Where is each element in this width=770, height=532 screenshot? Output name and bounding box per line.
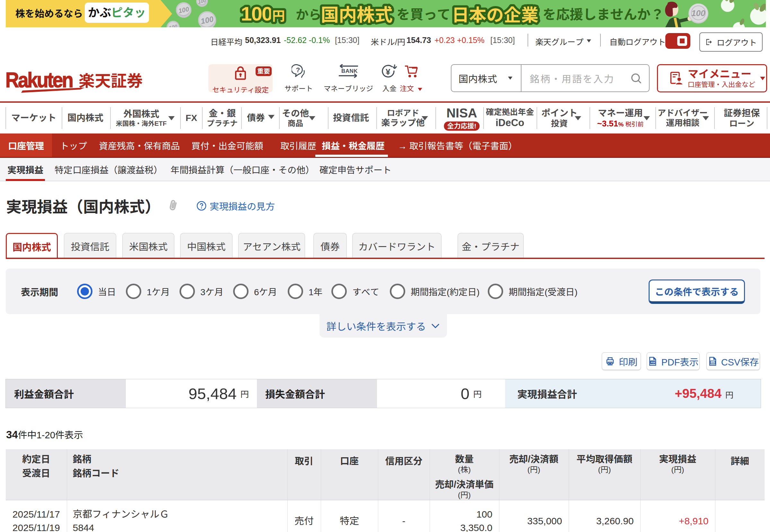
svg-text:を応援しませんか？: を応援しませんか？ <box>543 7 664 22</box>
svg-text:?: ? <box>296 66 300 73</box>
svg-text:Rakuten: Rakuten <box>6 68 73 92</box>
svg-text:を買って: を買って <box>397 7 451 22</box>
svg-text:100: 100 <box>691 8 705 18</box>
svg-text:100円: 100円 <box>241 3 284 25</box>
svg-text:国内株式: 国内株式 <box>321 5 393 25</box>
svg-text:csv: csv <box>711 361 714 364</box>
svg-text:PDF: PDF <box>651 361 656 364</box>
svg-text:楽天証券: 楽天証券 <box>79 72 143 90</box>
svg-text:日本の企業: 日本の企業 <box>452 5 539 25</box>
svg-text:から: から <box>296 8 321 22</box>
svg-text:¥: ¥ <box>386 67 391 77</box>
svg-text:BANK: BANK <box>341 68 358 74</box>
